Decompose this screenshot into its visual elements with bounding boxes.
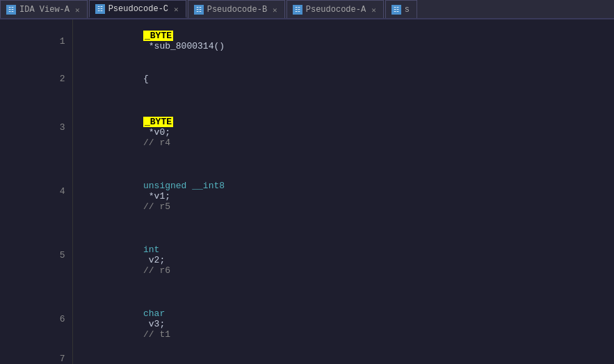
table-row: 5 int v2; // r6 <box>0 223 614 287</box>
keyword-byte: _BYTE <box>143 31 173 41</box>
bp-col <box>72 63 83 95</box>
table-row: 4 unsigned __int8 *v1; // r5 <box>0 159 614 223</box>
line-number: 4 <box>0 159 72 223</box>
table-row: 7 <box>0 351 614 364</box>
code-line[interactable]: _BYTE *v0; // r4 <box>83 95 614 159</box>
code-area[interactable]: 1 _BYTE *sub_8000314() 2 { 3 <box>0 19 614 364</box>
table-row: 3 _BYTE *v0; // r4 <box>0 95 614 159</box>
table-row: 2 { <box>0 63 614 95</box>
keyword-byte: _BYTE <box>143 117 173 127</box>
tab-pseudocode-b[interactable]: ☷ Pseudocode-B ✕ <box>188 0 285 18</box>
tab-bar: ☷ IDA View-A ✕ ☷ Pseudocode-C ✕ ☷ Pseudo… <box>0 0 614 19</box>
tab-icon-pa: ☷ <box>293 5 302 15</box>
tab-ida-view-a[interactable]: ☷ IDA View-A ✕ <box>0 0 88 18</box>
code-line[interactable]: char v3; // t1 <box>83 287 614 351</box>
tab-pseudocode-c[interactable]: ☷ Pseudocode-C ✕ <box>89 0 186 18</box>
tab-icon-s: ☷ <box>391 5 401 15</box>
bp-col <box>72 19 83 63</box>
tab-icon-pc: ☷ <box>95 4 105 14</box>
bp-col <box>72 95 83 159</box>
tab-close-pb[interactable]: ✕ <box>273 6 277 15</box>
line-number: 6 <box>0 287 72 351</box>
tab-label-ida: IDA View-A <box>19 5 70 15</box>
tab-label-pb: Pseudocode-B <box>207 5 267 15</box>
bp-col <box>72 351 83 364</box>
bp-col <box>72 287 83 351</box>
table-row: 6 char v3; // t1 <box>0 287 614 351</box>
tab-label-pa: Pseudocode-A <box>306 5 366 15</box>
tab-label-s: s <box>405 5 410 15</box>
tab-close-ida[interactable]: ✕ <box>75 6 80 15</box>
code-line[interactable]: int v2; // r6 <box>83 223 614 287</box>
tab-label-pc: Pseudocode-C <box>108 4 168 14</box>
code-table: 1 _BYTE *sub_8000314() 2 { 3 <box>0 19 614 364</box>
tab-icon-ida: ☷ <box>6 5 16 15</box>
tab-icon-pb: ☷ <box>194 5 204 15</box>
bp-col <box>72 159 83 223</box>
tab-close-pa[interactable]: ✕ <box>371 6 376 15</box>
line-number: 3 <box>0 95 72 159</box>
line-number: 5 <box>0 223 72 287</box>
line-number: 1 <box>0 19 72 63</box>
line-number: 2 <box>0 63 72 95</box>
code-line[interactable] <box>83 351 614 364</box>
tab-pseudocode-a[interactable]: ☷ Pseudocode-A ✕ <box>286 0 384 18</box>
code-line[interactable]: unsigned __int8 *v1; // r5 <box>83 159 614 223</box>
line-number: 7 <box>0 351 72 364</box>
bp-col <box>72 223 83 287</box>
code-line[interactable]: _BYTE *sub_8000314() <box>83 19 614 63</box>
tab-close-pc[interactable]: ✕ <box>174 5 179 14</box>
tab-s[interactable]: ☷ s <box>385 0 417 18</box>
code-line[interactable]: { <box>83 63 614 95</box>
table-row: 1 _BYTE *sub_8000314() <box>0 19 614 63</box>
